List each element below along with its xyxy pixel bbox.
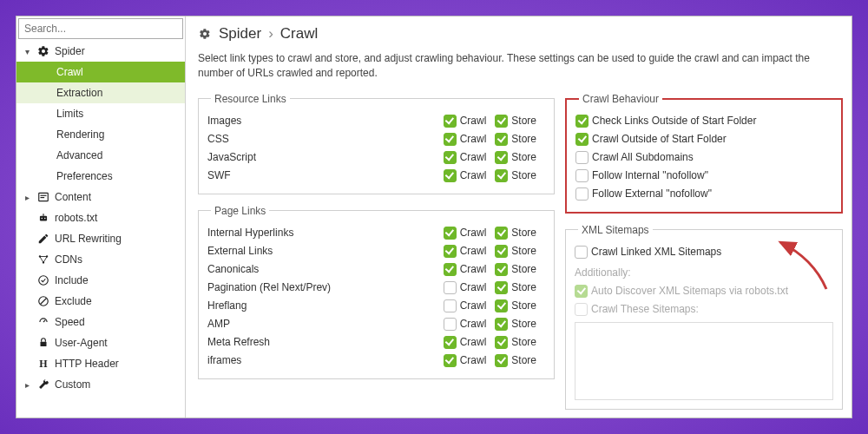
checkbox-crawl[interactable] (444, 318, 457, 331)
sidebar-item-http-header[interactable]: H HTTP Header (16, 353, 185, 374)
sidebar-label: robots.txt (55, 212, 97, 224)
sidebar-label: Include (55, 274, 89, 286)
edit-icon (37, 233, 49, 245)
sitemap-textarea[interactable] (575, 322, 833, 400)
checkbox-crawl[interactable] (444, 115, 457, 128)
svg-rect-3 (40, 216, 47, 221)
additionally-label: Additionally: (575, 266, 833, 279)
checkbox[interactable] (575, 115, 589, 128)
checkbox-store[interactable] (495, 115, 508, 128)
checkbox-store[interactable] (495, 227, 508, 240)
row-label: Internal Hyperlinks (207, 227, 444, 239)
crawl-label: Crawl (460, 169, 487, 181)
sidebar-item-limits[interactable]: Limits (16, 103, 185, 124)
page-row: CanonicalsCrawlStore (207, 260, 545, 279)
checkbox[interactable] (575, 133, 589, 146)
svg-rect-14 (41, 342, 47, 346)
checkbox-store[interactable] (495, 169, 508, 182)
checkbox-store[interactable] (495, 245, 508, 258)
crawl-label: Crawl (460, 263, 487, 275)
crawl-label: Crawl (460, 245, 487, 257)
checkbox-crawl[interactable] (444, 336, 457, 349)
row-label: CSS (207, 133, 444, 145)
sidebar-label: Spider (55, 45, 85, 57)
behaviour-row: Crawl All Subdomains (575, 148, 832, 167)
checkbox-crawl[interactable] (444, 227, 457, 240)
svg-point-5 (44, 218, 46, 220)
store-label: Store (511, 169, 536, 181)
row-label: SWF (207, 169, 444, 181)
sidebar-item-preferences[interactable]: Preferences (16, 166, 185, 187)
checkbox-label: Follow Internal "nofollow" (592, 169, 708, 181)
row-label: Images (207, 115, 444, 127)
sidebar-item-label: Limits (56, 108, 83, 120)
row-label: Canonicals (207, 263, 444, 275)
row-label: JavaScript (207, 151, 444, 163)
resource-row: SWFCrawlStore (207, 167, 545, 185)
checkbox-crawl[interactable] (444, 299, 457, 312)
sidebar-label: HTTP Header (55, 358, 119, 370)
sidebar-item-rendering[interactable]: Rendering (16, 124, 185, 145)
checkbox-store[interactable] (495, 263, 508, 276)
crawl-label: Crawl (460, 299, 487, 312)
sidebar-item-spider[interactable]: ▾ Spider (16, 41, 185, 62)
sidebar-item-advanced[interactable]: Advanced (16, 145, 185, 166)
checkbox-crawl[interactable] (444, 133, 457, 146)
checkbox-crawl[interactable] (444, 169, 457, 182)
resource-row: CSSCrawlStore (207, 130, 545, 148)
sidebar-item-speed[interactable]: Speed (16, 312, 185, 332)
crawl-label: Crawl (460, 318, 487, 330)
search-input[interactable] (18, 18, 183, 39)
checkbox-crawl-linked-sitemaps[interactable] (575, 246, 588, 259)
checkbox-crawl[interactable] (444, 354, 457, 367)
checkbox[interactable] (575, 151, 589, 164)
legend-xml-sitemaps: XML Sitemaps (578, 224, 653, 236)
sidebar-item-content[interactable]: ▸ Content (16, 187, 185, 207)
checkbox-store[interactable] (495, 151, 508, 164)
checkbox-store[interactable] (495, 318, 508, 331)
checkbox-store[interactable] (495, 133, 508, 146)
store-label: Store (511, 281, 536, 293)
checkbox[interactable] (575, 169, 589, 182)
sidebar-item-user-agent[interactable]: User-Agent (16, 332, 185, 353)
sidebar-label: URL Rewriting (55, 233, 122, 245)
sidebar-item-custom[interactable]: ▸ Custom (16, 374, 185, 395)
main-panel: Spider › Crawl Select link types to craw… (186, 16, 852, 418)
gear-icon (198, 27, 212, 41)
checkbox-store[interactable] (495, 281, 508, 294)
sidebar: ▾ Spider Crawl Extraction Limits Renderi… (16, 16, 186, 418)
sidebar-item-include[interactable]: Include (16, 270, 185, 291)
checkbox-label: Crawl Linked XML Sitemaps (591, 246, 721, 258)
checkbox-crawl[interactable] (444, 263, 457, 276)
content-icon (37, 191, 49, 203)
sidebar-item-robots[interactable]: robots.txt (16, 207, 185, 228)
checkbox-crawl[interactable] (444, 281, 457, 294)
row-label: Pagination (Rel Next/Prev) (207, 281, 444, 293)
checkbox-store[interactable] (495, 336, 508, 349)
legend-crawl-behaviour: Crawl Behaviour (579, 93, 662, 105)
store-label: Store (511, 354, 536, 366)
checkbox-store[interactable] (495, 299, 508, 312)
sidebar-item-cdns[interactable]: CDNs (16, 249, 185, 270)
sidebar-item-extraction[interactable]: Extraction (16, 82, 185, 103)
sidebar-item-label: Advanced (56, 149, 102, 161)
lock-icon (37, 337, 49, 349)
checkbox-label: Check Links Outside of Start Folder (592, 115, 756, 127)
sidebar-item-label: Preferences (56, 170, 113, 182)
page-description: Select link types to crawl and store, an… (198, 51, 843, 81)
sidebar-item-label: Crawl (56, 66, 83, 78)
sidebar-item-exclude[interactable]: Exclude (16, 291, 185, 312)
behaviour-row: Follow Internal "nofollow" (575, 167, 832, 185)
crawl-label: Crawl (460, 115, 487, 127)
checkbox-label: Crawl All Subdomains (592, 151, 694, 163)
caret-right-icon: ▸ (25, 193, 32, 202)
checkbox-crawl[interactable] (444, 245, 457, 258)
page-row: Pagination (Rel Next/Prev)CrawlStore (207, 279, 545, 297)
checkbox-crawl[interactable] (444, 151, 457, 164)
sidebar-label: CDNs (55, 253, 82, 266)
sidebar-item-url-rewriting[interactable]: URL Rewriting (16, 228, 185, 249)
checkbox-store[interactable] (495, 354, 508, 367)
sidebar-item-crawl[interactable]: Crawl (16, 62, 185, 82)
checkbox[interactable] (575, 187, 589, 201)
sidebar-label: Custom (55, 378, 90, 391)
